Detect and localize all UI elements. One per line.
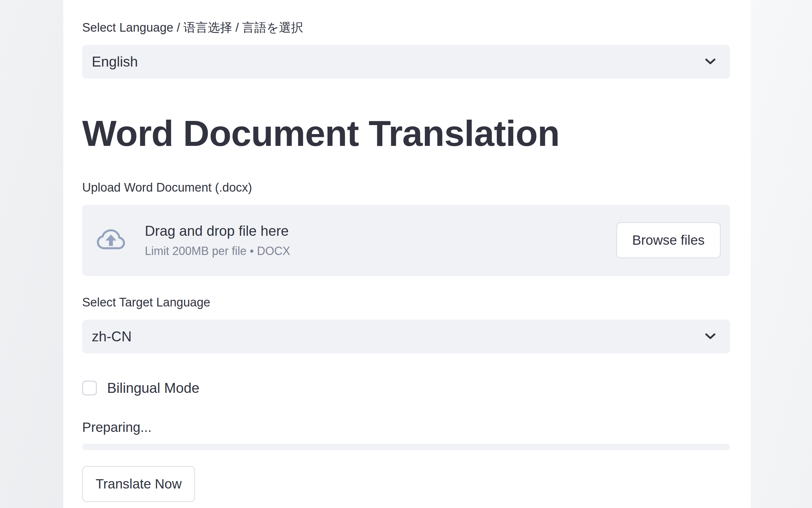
bilingual-mode-checkbox-row[interactable]: Bilingual Mode [82,380,730,396]
browse-files-button[interactable]: Browse files [616,222,721,258]
target-language-label: Select Target Language [82,293,730,311]
target-language-value: zh-CN [92,329,132,344]
target-language-select[interactable]: zh-CN [82,320,730,353]
file-dropzone[interactable]: Drag and drop file here Limit 200MB per … [82,205,730,276]
source-language-label: Select Language / 语言选择 / 言語を選択 [82,18,730,37]
bilingual-mode-checkbox[interactable] [82,381,97,395]
translate-now-button[interactable]: Translate Now [82,466,195,502]
progress-bar [82,444,730,450]
source-language-value: English [92,54,138,70]
bilingual-mode-label: Bilingual Mode [107,380,199,396]
upload-label: Upload Word Document (.docx) [82,178,730,197]
dropzone-hint: Limit 200MB per file • DOCX [145,244,290,258]
main-content-column: Select Language / 语言选择 / 言語を選択 English W… [63,0,751,502]
dropzone-title: Drag and drop file here [145,223,290,240]
page-title: Word Document Translation [82,113,730,153]
chevron-down-icon [705,333,716,340]
desktop-background: Select Language / 语言选择 / 言語を選択 English W… [0,0,812,508]
status-text: Preparing... [82,419,730,435]
cloud-upload-icon [95,229,127,252]
source-language-select[interactable]: English [82,45,730,79]
dropzone-text: Drag and drop file here Limit 200MB per … [145,223,290,258]
chevron-down-icon [705,58,716,65]
app-window: Select Language / 语言选择 / 言語を選択 English W… [63,0,751,508]
